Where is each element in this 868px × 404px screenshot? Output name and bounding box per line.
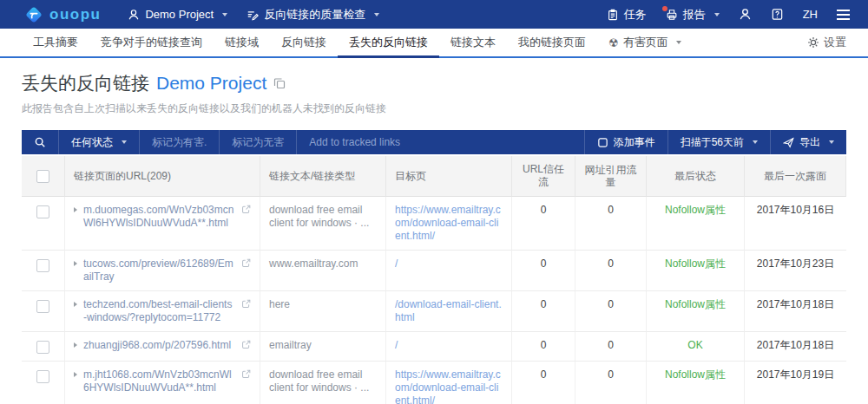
table-header-row: 链接页面的URL(209) 链接文本/链接类型 目标页 URL信任流 网址引用流… (22, 156, 846, 197)
expand-row-arrow[interactable] (74, 342, 77, 348)
clipboard-icon (607, 9, 619, 21)
url-citation-flow-value: 0 (575, 251, 647, 291)
chevron-down-icon (374, 13, 379, 16)
target-page-link[interactable]: /download-email-client.html (395, 298, 502, 323)
tab-tool-summary[interactable]: 工具摘要 (22, 29, 89, 56)
tab-backlinks[interactable]: 反向链接 (270, 29, 338, 56)
last-seen-date: 2017年10月18日 (745, 291, 846, 332)
url-trust-flow-value: 0 (512, 197, 575, 251)
scan-date-dropdown[interactable]: 扫描于56天前 (667, 130, 770, 154)
search-button[interactable] (22, 130, 59, 154)
expand-row-arrow[interactable] (74, 261, 77, 266)
chevron-down-icon (714, 13, 720, 16)
external-link-icon[interactable] (241, 340, 251, 349)
select-all-checkbox[interactable] (36, 170, 49, 183)
anchor-text: emailtray (260, 332, 386, 362)
header-linking-url: 链接页面的URL(209) (65, 156, 260, 197)
tab-anchor-text[interactable]: 链接文本 (439, 29, 507, 56)
mark-harmful-button[interactable]: 标记为有害. (140, 130, 220, 154)
linking-page-url-link[interactable]: tucows.com/preview/612689/EmailTray (83, 257, 234, 283)
tab-harmful-pages[interactable]: ☢ 有害页面 (597, 29, 693, 56)
header-last-seen: 最后一次露面 (745, 156, 846, 197)
copy-icon[interactable] (273, 77, 286, 89)
settings-label: 设置 (824, 35, 846, 50)
mark-harmless-button[interactable]: 标记为无害 (220, 130, 297, 154)
status-badge: Nofollow属性 (665, 257, 726, 270)
linking-page-url-link[interactable]: techzend.com/best-email-clients-windows/… (83, 298, 234, 324)
target-page-link[interactable]: https://www.emailtray.com/download-email… (395, 368, 501, 404)
last-seen-date: 2017年10月23日 (745, 251, 846, 291)
chevron-down-icon (753, 140, 758, 144)
page-title-project: Demo Project (156, 73, 266, 94)
app-logo[interactable]: ouopu (0, 5, 118, 24)
external-link-icon[interactable] (241, 369, 251, 379)
tool-selector-label: 反向链接的质量检查 (264, 7, 365, 23)
language-button[interactable]: ZH (793, 0, 827, 29)
add-to-tracked-button[interactable]: Add to tracked links (297, 130, 412, 154)
status-badge: Nofollow属性 (665, 298, 726, 310)
row-checkbox[interactable] (36, 341, 49, 354)
row-checkbox[interactable] (36, 370, 49, 383)
linking-page-url-link[interactable]: m.duomegas.com/WnVzb03mcnWl6HYWlsIDNuuWV… (83, 204, 234, 230)
url-trust-flow-value: 0 (512, 291, 575, 332)
lost-backlinks-table: 链接页面的URL(209) 链接文本/链接类型 目标页 URL信任流 网址引用流… (22, 156, 846, 404)
url-trust-flow-value: 0 (512, 251, 575, 291)
project-selector[interactable]: Demo Project (118, 0, 237, 29)
help-button[interactable] (761, 0, 793, 29)
linking-page-url-link[interactable]: zhuangji968.com/p/207596.html (83, 339, 234, 352)
reports-button[interactable]: 报告 (656, 0, 729, 29)
tasks-button[interactable]: 任务 (597, 0, 656, 29)
add-event-button[interactable]: 添加事件 (584, 130, 667, 154)
header-anchor-text: 链接文本/链接类型 (260, 156, 386, 197)
help-icon (771, 8, 784, 21)
status-filter-dropdown[interactable]: 任何状态 (59, 130, 140, 154)
tasks-label: 任务 (624, 7, 647, 23)
row-checkbox[interactable] (36, 259, 49, 272)
logo-icon (24, 5, 43, 24)
reports-label: 报告 (683, 7, 706, 23)
menu-button[interactable] (827, 0, 859, 29)
external-link-icon[interactable] (241, 205, 251, 214)
radiation-icon: ☢ (608, 36, 619, 49)
external-link-icon[interactable] (241, 258, 251, 268)
url-trust-flow-value: 0 (512, 362, 575, 404)
linking-page-url-link[interactable]: m.jht1068.com/WnVzb03mcnWl6HYWlsIDNuuWVu… (83, 368, 234, 394)
page-title: 丢失的反向链接 Demo Project (22, 71, 846, 95)
tab-lost-backlinks[interactable]: 丢失的反向链接 (338, 29, 439, 56)
target-page-link[interactable]: / (395, 257, 398, 270)
expand-row-arrow[interactable] (74, 302, 77, 307)
tool-selector[interactable]: 反向链接的质量检查 (237, 0, 389, 29)
last-seen-date: 2017年10月16日 (745, 197, 846, 251)
url-citation-flow-value: 0 (575, 291, 647, 332)
export-button[interactable]: 导出 (770, 130, 846, 154)
table-row: m.duomegas.com/WnVzb03mcnWl6HYWlsIDNuuWV… (22, 197, 846, 251)
row-checkbox[interactable] (36, 300, 49, 313)
gear-icon (807, 36, 819, 49)
table-row: tucows.com/preview/612689/EmailTray www.… (22, 251, 846, 291)
settings-button[interactable]: 设置 (807, 29, 846, 56)
expand-row-arrow[interactable] (74, 372, 77, 377)
target-page-link[interactable]: https://www.emailtray.com/download-email… (395, 204, 501, 242)
table-body: m.duomegas.com/WnVzb03mcnWl6HYWlsIDNuuWV… (22, 197, 846, 404)
anchor-text: download free email client for windows ·… (260, 197, 386, 251)
header-last-status: 最后状态 (647, 156, 745, 197)
search-icon (34, 136, 46, 148)
language-label: ZH (803, 8, 818, 21)
status-badge: Nofollow属性 (665, 368, 726, 381)
quality-check-icon (247, 9, 259, 21)
row-checkbox[interactable] (36, 205, 49, 218)
expand-row-arrow[interactable] (74, 207, 77, 212)
tab-link-domains[interactable]: 链接域 (214, 29, 270, 56)
report-tabs: 工具摘要 竞争对手的链接查询 链接域 反向链接 丢失的反向链接 链接文本 我的链… (0, 29, 868, 58)
chevron-down-icon (676, 41, 681, 44)
logo-text: ouopu (49, 6, 101, 23)
tab-competitor-links[interactable]: 竞争对手的链接查询 (89, 29, 214, 56)
url-trust-flow-value: 0 (512, 332, 575, 362)
external-link-icon[interactable] (241, 299, 251, 309)
status-badge: OK (687, 339, 702, 351)
tab-my-link-pages[interactable]: 我的链接页面 (507, 29, 597, 56)
target-page-link[interactable]: / (395, 339, 398, 351)
table-row: m.jht1068.com/WnVzb03mcnWl6HYWlsIDNuuWVu… (22, 362, 846, 404)
table-row: techzend.com/best-email-clients-windows/… (22, 291, 846, 332)
account-button[interactable] (729, 0, 761, 29)
